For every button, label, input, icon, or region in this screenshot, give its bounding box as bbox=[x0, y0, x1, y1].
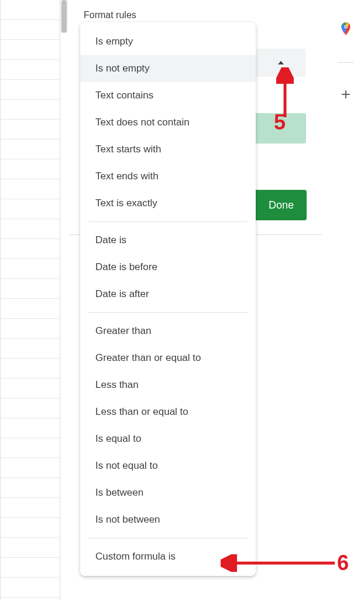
dropdown-item-date-is-after[interactable]: Date is after bbox=[80, 281, 256, 308]
cell-row[interactable] bbox=[0, 339, 60, 359]
dropdown-item-text-starts-with[interactable]: Text starts with bbox=[80, 136, 256, 163]
dropdown-divider bbox=[88, 538, 248, 538]
spreadsheet-grid bbox=[0, 0, 60, 600]
cell-row[interactable] bbox=[0, 458, 60, 478]
dropdown-item-is-not-empty[interactable]: Is not empty bbox=[80, 55, 256, 82]
cell-row[interactable] bbox=[0, 558, 60, 578]
dropdown-item-text-is-exactly[interactable]: Text is exactly bbox=[80, 190, 256, 217]
cell-row[interactable] bbox=[0, 299, 60, 319]
format-rules-label: Format rules bbox=[84, 10, 136, 21]
cell-row[interactable] bbox=[0, 438, 60, 458]
svg-point-1 bbox=[345, 26, 347, 28]
cell-row[interactable] bbox=[0, 398, 60, 418]
dropdown-divider bbox=[88, 312, 248, 313]
google-maps-icon[interactable] bbox=[338, 21, 353, 39]
right-side-panel: + bbox=[328, 0, 364, 600]
dropdown-item-text-ends-with[interactable]: Text ends with bbox=[80, 163, 256, 190]
dropdown-item-custom-formula[interactable]: Custom formula is bbox=[80, 543, 256, 570]
dropdown-item-is-empty[interactable]: Is empty bbox=[80, 28, 256, 55]
dropdown-item-greater-than-or-equal[interactable]: Greater than or equal to bbox=[80, 345, 256, 371]
dropdown-item-is-not-equal-to[interactable]: Is not equal to bbox=[80, 452, 256, 479]
dropdown-item-is-between[interactable]: Is between bbox=[80, 479, 256, 506]
cell-row[interactable] bbox=[0, 179, 60, 199]
cell-row[interactable] bbox=[0, 0, 60, 20]
cell-row[interactable] bbox=[0, 518, 60, 538]
cell-row[interactable] bbox=[0, 20, 60, 40]
dropdown-item-less-than-or-equal[interactable]: Less than or equal to bbox=[80, 398, 256, 425]
cell-row[interactable] bbox=[0, 80, 60, 100]
cell-row[interactable] bbox=[0, 478, 60, 498]
cell-row[interactable] bbox=[0, 279, 60, 299]
cell-row[interactable] bbox=[0, 498, 60, 518]
cell-row[interactable] bbox=[0, 40, 60, 60]
format-rule-dropdown: Is empty Is not empty Text contains Text… bbox=[80, 22, 256, 576]
dropdown-item-is-equal-to[interactable]: Is equal to bbox=[80, 425, 256, 452]
dropdown-item-text-does-not-contain[interactable]: Text does not contain bbox=[80, 109, 256, 136]
dropdown-item-date-is[interactable]: Date is bbox=[80, 227, 256, 254]
chevron-up-icon bbox=[278, 61, 284, 64]
cell-row[interactable] bbox=[0, 319, 60, 339]
cell-row[interactable] bbox=[0, 100, 60, 120]
dropdown-divider bbox=[88, 221, 248, 222]
add-icon[interactable]: + bbox=[341, 86, 351, 103]
cell-row[interactable] bbox=[0, 578, 60, 598]
cell-row[interactable] bbox=[0, 139, 60, 159]
dropdown-trigger[interactable] bbox=[256, 49, 305, 77]
cell-row[interactable] bbox=[0, 159, 60, 179]
cell-row[interactable] bbox=[0, 199, 60, 219]
cell-row[interactable] bbox=[0, 239, 60, 259]
cell-row[interactable] bbox=[0, 538, 60, 558]
dropdown-item-text-contains[interactable]: Text contains bbox=[80, 82, 256, 109]
cell-row[interactable] bbox=[0, 418, 60, 438]
dropdown-item-greater-than[interactable]: Greater than bbox=[80, 318, 256, 345]
dropdown-item-date-is-before[interactable]: Date is before bbox=[80, 254, 256, 281]
cell-row[interactable] bbox=[0, 60, 60, 80]
cell-row[interactable] bbox=[0, 259, 60, 279]
cell-row[interactable] bbox=[0, 359, 60, 379]
cell-row[interactable] bbox=[0, 379, 60, 398]
cell-row[interactable] bbox=[0, 120, 60, 139]
scrollbar-thumb[interactable] bbox=[61, 0, 67, 33]
dropdown-item-is-not-between[interactable]: Is not between bbox=[80, 506, 256, 533]
dropdown-item-less-than[interactable]: Less than bbox=[80, 371, 256, 398]
rail-divider bbox=[338, 62, 354, 63]
cell-row[interactable] bbox=[0, 219, 60, 239]
